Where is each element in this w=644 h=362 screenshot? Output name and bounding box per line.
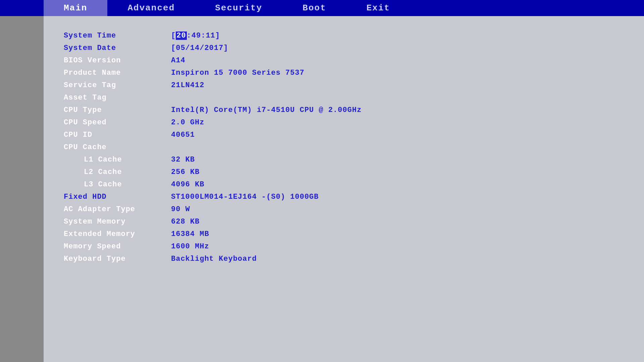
system-memory-row: System Memory 628 KB [64, 216, 624, 228]
extended-memory-label: Extended Memory [64, 228, 171, 240]
system-memory-label: System Memory [64, 216, 171, 228]
bios-version-row: BIOS Version A14 [64, 54, 624, 67]
main-content: System Time [20:49:11] System Date [05/1… [44, 16, 644, 362]
keyboard-type-row: Keyboard Type Backlight Keyboard [64, 253, 624, 265]
product-name-label: Product Name [64, 67, 171, 79]
memory-speed-label: Memory Speed [64, 240, 171, 253]
cpu-cache-value [171, 141, 624, 154]
cpu-id-row: CPU ID 40651 [64, 129, 624, 141]
product-name-value: Inspiron 15 7000 Series 7537 [171, 67, 624, 79]
extended-memory-row: Extended Memory 16384 MB [64, 228, 624, 240]
content-area: System Time [20:49:11] System Date [05/1… [0, 16, 644, 362]
tab-exit-label: Exit [367, 3, 390, 13]
system-time-highlight: 20 [176, 32, 186, 40]
l1-cache-row: L1 Cache 32 KB [64, 154, 624, 166]
left-sidebar [0, 16, 44, 362]
fixed-hdd-label: Fixed HDD [64, 191, 171, 203]
ac-adapter-label: AC Adapter Type [64, 203, 171, 216]
service-tag-value: 21LN412 [171, 79, 624, 92]
asset-tag-label: Asset Tag [64, 92, 171, 104]
ac-adapter-value: 90 W [171, 203, 624, 216]
tab-main[interactable]: Main [44, 0, 107, 16]
tab-advanced[interactable]: Advanced [107, 0, 195, 16]
cpu-type-label: CPU Type [64, 104, 171, 116]
bios-version-value: A14 [171, 54, 624, 67]
cpu-id-value: 40651 [171, 129, 624, 141]
l3-cache-row: L3 Cache 4096 KB [64, 178, 624, 191]
fixed-hdd-value: ST1000LM014-1EJ164 -(S0) 1000GB [171, 191, 624, 203]
keyboard-type-value: Backlight Keyboard [171, 253, 624, 265]
asset-tag-row: Asset Tag [64, 92, 624, 104]
l2-cache-row: L2 Cache 256 KB [64, 166, 624, 178]
system-time-value: [20:49:11] [171, 29, 624, 42]
product-name-row: Product Name Inspiron 15 7000 Series 753… [64, 67, 624, 79]
tab-boot-label: Boot [303, 3, 326, 13]
cpu-speed-value: 2.0 GHz [171, 116, 624, 129]
cpu-type-value: Intel(R) Core(TM) i7-4510U CPU @ 2.00GHz [171, 104, 624, 116]
bios-version-label: BIOS Version [64, 54, 171, 67]
l2-cache-value: 256 KB [171, 166, 624, 178]
service-tag-label: Service Tag [64, 79, 171, 92]
system-memory-value: 628 KB [171, 216, 624, 228]
l1-cache-label: L1 Cache [64, 154, 171, 166]
system-date-value: [05/14/2017] [171, 42, 624, 54]
ac-adapter-row: AC Adapter Type 90 W [64, 203, 624, 216]
fixed-hdd-row: Fixed HDD ST1000LM014-1EJ164 -(S0) 1000G… [64, 191, 624, 203]
memory-speed-row: Memory Speed 1600 MHz [64, 240, 624, 253]
cpu-cache-label: CPU Cache [64, 141, 171, 154]
cpu-speed-label: CPU Speed [64, 116, 171, 129]
tab-exit[interactable]: Exit [346, 0, 410, 16]
service-tag-row: Service Tag 21LN412 [64, 79, 624, 92]
extended-memory-value: 16384 MB [171, 228, 624, 240]
keyboard-type-label: Keyboard Type [64, 253, 171, 265]
l2-cache-label: L2 Cache [64, 166, 171, 178]
tab-main-label: Main [64, 3, 87, 13]
tab-security[interactable]: Security [195, 0, 282, 16]
tab-advanced-label: Advanced [127, 3, 175, 13]
cpu-speed-row: CPU Speed 2.0 GHz [64, 116, 624, 129]
asset-tag-value [171, 92, 624, 104]
tab-security-label: Security [215, 3, 262, 13]
memory-speed-value: 1600 MHz [171, 240, 624, 253]
tab-boot[interactable]: Boot [282, 0, 346, 16]
cpu-type-row: CPU Type Intel(R) Core(TM) i7-4510U CPU … [64, 104, 624, 116]
l3-cache-value: 4096 KB [171, 178, 624, 191]
system-time-row: System Time [20:49:11] [64, 29, 624, 42]
system-date-row: System Date [05/14/2017] [64, 42, 624, 54]
l1-cache-value: 32 KB [171, 154, 624, 166]
nav-bar: Main Advanced Security Boot Exit [0, 0, 644, 16]
l3-cache-label: L3 Cache [64, 178, 171, 191]
system-date-label: System Date [64, 42, 171, 54]
bios-info-table: System Time [20:49:11] System Date [05/1… [64, 29, 624, 265]
cpu-cache-row: CPU Cache [64, 141, 624, 154]
system-time-label: System Time [64, 29, 171, 42]
cpu-id-label: CPU ID [64, 129, 171, 141]
